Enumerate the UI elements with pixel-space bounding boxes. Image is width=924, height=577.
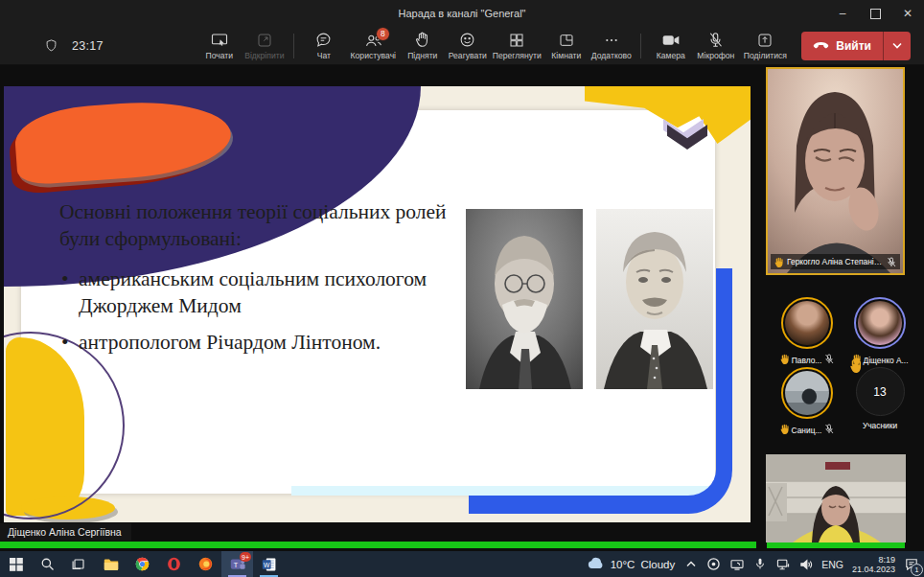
taskbar-weather[interactable]: 10°C Cloudy	[587, 557, 676, 571]
mic-off-icon	[887, 257, 896, 267]
toolbar-divider	[640, 34, 641, 58]
leave-label: Вийти	[836, 39, 871, 53]
participant-name: Геркогло Аліна Степанівна	[787, 257, 883, 266]
rooms-button[interactable]: Кімнати	[543, 32, 589, 60]
volume-icon[interactable]	[798, 557, 813, 572]
network-icon[interactable]	[775, 557, 790, 572]
participant-dishchenko[interactable]: Діщенко А...	[843, 297, 916, 366]
system-tray: 10°C Cloudy ENG 8:19	[587, 555, 924, 574]
window-controls: – ✕	[826, 0, 924, 27]
hidden-icons-chevron[interactable]	[683, 557, 698, 572]
share-button[interactable]: Поділитися	[738, 32, 792, 60]
participant-sanyts[interactable]: Саниц...	[771, 367, 843, 436]
start-recording-button[interactable]: Почати	[196, 32, 242, 60]
record-status-icon[interactable]	[706, 557, 721, 572]
avatar-label: Павло...	[780, 354, 835, 366]
date: 21.04.2023	[852, 565, 895, 574]
participant-name: Саниц...	[792, 426, 822, 435]
teams-taskbar-icon[interactable]: T 9+	[221, 551, 253, 577]
react-button[interactable]: Реагувати	[445, 32, 490, 60]
video-frame	[768, 69, 903, 273]
action-center-icon[interactable]: 1	[904, 557, 918, 572]
window-minimize-button[interactable]: –	[826, 0, 859, 27]
screen-share-border	[0, 542, 756, 548]
avatar	[858, 301, 902, 345]
participants-badge: 8	[376, 27, 390, 41]
avatar-label: Саниц...	[780, 424, 835, 436]
slide-bullet: американським соціальним психологом Джор…	[59, 266, 433, 320]
window-maximize-button[interactable]	[859, 0, 891, 27]
opera-icon[interactable]	[158, 551, 190, 577]
video-frame	[766, 454, 906, 542]
toolbar-divider	[293, 34, 294, 58]
popout-button: Відкріпити	[242, 32, 287, 60]
chat-button[interactable]: Чат	[301, 32, 346, 60]
firefox-icon[interactable]	[190, 551, 221, 577]
hangup-icon	[813, 39, 829, 53]
word-taskbar-icon[interactable]: W	[253, 551, 285, 577]
participant-pavlo[interactable]: Павло...	[771, 297, 843, 366]
portrait-photo-mead	[466, 209, 583, 389]
participants-button[interactable]: 8 Користувачі	[346, 32, 400, 60]
shared-presentation-slide: Основні положення теорії соціальних роле…	[4, 86, 751, 522]
participant-name: Павло...	[792, 356, 822, 365]
meeting-info: 23:17	[44, 38, 104, 54]
microphone-tray-icon[interactable]	[752, 557, 767, 572]
language-indicator[interactable]: ENG	[821, 559, 843, 570]
avatar-ring	[781, 367, 833, 419]
camera-button[interactable]: Камера	[648, 32, 693, 60]
maximize-icon	[870, 9, 881, 19]
grid-icon	[509, 32, 524, 49]
smiley-icon	[459, 32, 475, 49]
weather-temp: 10°C	[611, 559, 635, 570]
slide-bullet-list: американським соціальним психологом Джор…	[59, 266, 450, 357]
view-button[interactable]: Переглянути	[490, 32, 543, 60]
svg-text:W: W	[263, 561, 269, 567]
video-tile-presenter[interactable]	[766, 454, 906, 542]
meeting-toolbar: 23:17 Почати Відкріпити Чат	[0, 27, 924, 65]
time: 8:19	[852, 555, 895, 565]
overflow-label-row: Учасники	[863, 421, 897, 430]
raised-hand-icon	[774, 257, 783, 267]
svg-text:T: T	[233, 560, 238, 568]
microphone-button[interactable]: Мікрофон	[693, 32, 738, 60]
share-icon	[757, 32, 773, 49]
taskbar-clock[interactable]: 8:19 21.04.2023	[852, 555, 895, 574]
camera-icon	[662, 32, 680, 49]
leave-button[interactable]: Вийти	[801, 32, 911, 60]
portrait-photo-linton	[596, 209, 713, 389]
window-close-button[interactable]: ✕	[891, 0, 924, 27]
chrome-icon[interactable]	[127, 551, 158, 577]
participant-name: Діщенко А...	[864, 356, 909, 365]
people-icon: 8	[364, 32, 382, 49]
cloud-icon	[587, 557, 605, 571]
hand-icon	[415, 32, 429, 49]
start-button[interactable]	[0, 551, 32, 577]
more-icon	[604, 32, 619, 49]
raise-hand-button[interactable]: Підняти	[400, 32, 445, 60]
task-view-button[interactable]	[63, 551, 95, 577]
titlebar: Нарада в каналі "General" – ✕	[0, 0, 924, 27]
avatar	[785, 371, 829, 415]
participants-overflow[interactable]: 13 Учасники	[843, 367, 916, 430]
raised-hand-icon	[849, 358, 862, 376]
windows-taskbar: T 9+ W 10°C Cloudy	[0, 551, 924, 577]
taskbar-app-icons: T 9+ W	[0, 551, 285, 577]
mic-off-icon	[824, 354, 834, 366]
screen-share-icon	[211, 32, 228, 49]
file-explorer-icon[interactable]	[95, 551, 127, 577]
mic-muted-icon	[708, 32, 723, 49]
rooms-icon	[559, 32, 574, 49]
meeting-stage: Основні положення теорії соціальних роле…	[0, 65, 924, 551]
search-button[interactable]	[32, 551, 63, 577]
more-button[interactable]: Додатково	[589, 32, 634, 60]
chat-icon	[315, 32, 332, 49]
toolbar-buttons: Почати Відкріпити Чат 8 Кори	[196, 32, 911, 60]
avatar-ring	[854, 297, 906, 349]
video-tile-herkohlo[interactable]: Геркогло Аліна Степанівна	[766, 67, 905, 275]
screen-share-border-side	[767, 542, 905, 548]
tile-name-bar: Геркогло Аліна Степанівна	[771, 254, 900, 269]
meeting-timer: 23:17	[72, 39, 104, 53]
cast-display-icon[interactable]	[729, 557, 744, 572]
leave-options-caret[interactable]	[883, 32, 911, 60]
